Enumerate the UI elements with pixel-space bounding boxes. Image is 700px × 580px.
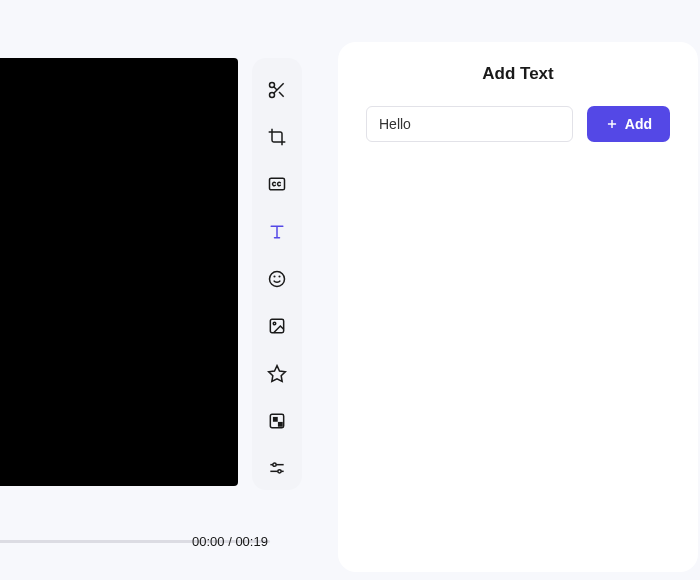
star-icon	[267, 364, 287, 384]
add-button[interactable]: Add	[587, 106, 670, 142]
tool-sidebar	[252, 58, 302, 490]
tool-cut[interactable]	[256, 68, 298, 111]
add-button-label: Add	[625, 116, 652, 132]
sliders-icon	[267, 458, 287, 478]
tool-star[interactable]	[256, 352, 298, 395]
tool-text[interactable]	[256, 210, 298, 253]
tool-emoji[interactable]	[256, 257, 298, 300]
svg-line-3	[279, 92, 284, 97]
scissors-icon	[267, 80, 287, 100]
tool-adjust[interactable]	[256, 447, 298, 490]
svg-point-6	[270, 271, 285, 286]
timeline-time: 00:00 / 00:19	[192, 534, 268, 549]
add-text-panel: Add Text Add	[338, 42, 698, 572]
text-input-row: Add	[366, 106, 670, 142]
current-time: 00:00	[192, 534, 225, 549]
image-icon	[267, 316, 287, 336]
svg-rect-13	[274, 418, 277, 421]
svg-marker-11	[269, 365, 286, 381]
text-icon	[267, 222, 287, 242]
svg-point-17	[273, 463, 276, 466]
svg-point-10	[273, 323, 276, 326]
tool-image[interactable]	[256, 305, 298, 348]
svg-point-0	[270, 82, 275, 87]
duration-time: 00:19	[235, 534, 268, 549]
video-preview[interactable]	[0, 58, 238, 486]
plus-icon	[605, 117, 619, 131]
svg-rect-9	[270, 320, 283, 333]
shapes-icon	[267, 411, 287, 431]
crop-icon	[267, 127, 287, 147]
smile-icon	[267, 269, 287, 289]
panel-title: Add Text	[366, 64, 670, 84]
tool-shapes[interactable]	[256, 399, 298, 442]
svg-point-18	[278, 470, 281, 473]
tool-captions[interactable]	[256, 163, 298, 206]
text-input[interactable]	[366, 106, 573, 142]
cc-icon	[267, 174, 287, 194]
svg-line-4	[274, 86, 277, 89]
tool-crop[interactable]	[256, 115, 298, 158]
svg-rect-14	[279, 423, 282, 426]
svg-point-1	[270, 92, 275, 97]
